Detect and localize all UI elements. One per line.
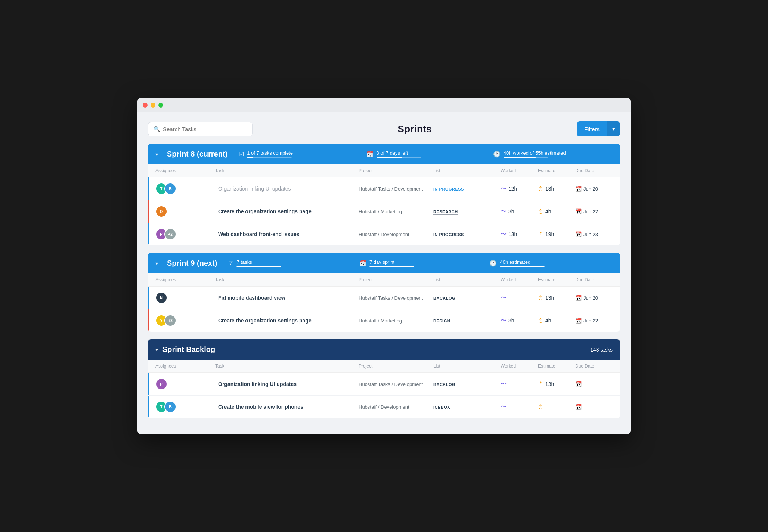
row-indicator: [148, 177, 149, 200]
checkbox-icon: ☑: [228, 260, 233, 267]
sprint8-days-bar-fill: [377, 157, 402, 158]
avatar-count: +2: [164, 228, 176, 240]
list-cell: BACKLOG: [433, 381, 501, 387]
task-name: Web dashboard front-end issues: [215, 231, 359, 237]
maximize-button[interactable]: [158, 103, 163, 108]
sprint9-stat-hours: 🕐 40h estimated: [489, 259, 613, 267]
filters-button[interactable]: Filters ▾: [577, 121, 620, 136]
sprint8-title: Sprint 8 (current): [167, 150, 227, 158]
col-task: Task: [215, 364, 359, 369]
sprint8-stat-hours: 🕐 40h worked of 55h estimated: [493, 150, 613, 158]
avatar: P: [155, 378, 167, 390]
list-cell: ICEBOX: [433, 403, 501, 410]
col-project: Project: [359, 277, 433, 282]
col-task: Task: [215, 277, 359, 282]
worked-cell: 〜: [501, 294, 538, 302]
sprint8-days-bar: [377, 157, 421, 158]
close-button[interactable]: [143, 103, 148, 108]
filters-dropdown-arrow[interactable]: ▾: [607, 121, 620, 136]
col-list: List: [433, 168, 501, 173]
clock-icon: ⏱: [538, 381, 544, 387]
table-row[interactable]: T B Create the mobile view for phones Hu…: [148, 396, 620, 418]
col-worked: Worked: [501, 168, 538, 173]
estimate-cell: ⏱ 4h: [538, 318, 575, 324]
backlog-table: Assignees Task Project List Worked Estim…: [148, 360, 620, 418]
assignees-cell: N: [155, 292, 215, 304]
worked-cell: 〜 13h: [501, 231, 538, 238]
estimate-cell: ⏱ 13h: [538, 381, 575, 387]
sprint9-stat-days: 📅 7 day sprint: [359, 259, 482, 267]
sprint9-days-bar: [369, 266, 414, 267]
col-list: List: [433, 364, 501, 369]
row-indicator: [148, 373, 149, 395]
table-row[interactable]: Y +3 Create the organization settings pa…: [148, 309, 620, 332]
estimate-cell: ⏱ 13h: [538, 186, 575, 192]
sprint8-table-header: Assignees Task Project List Worked Estim…: [148, 164, 620, 177]
sprint9-header: ▾ Sprint 9 (next) ☑ 7 tasks 📅 7 day spri…: [148, 253, 620, 273]
list-cell: IN PROGRESS: [433, 231, 501, 238]
list-badge: RESEARCH: [433, 209, 458, 215]
sprint-section-sprint8: ▾ Sprint 8 (current) ☑ 1 of 7 tasks comp…: [148, 144, 620, 245]
sprint9-title: Sprint 9 (next): [167, 259, 217, 267]
sprint9-days-bar-fill: [369, 266, 414, 267]
assignees-cell: Y +3: [155, 315, 215, 327]
avatar: N: [155, 292, 167, 304]
list-badge: IN PROGRESS: [433, 232, 464, 238]
list-cell: BACKLOG: [433, 294, 501, 301]
assignees-cell: T B: [155, 401, 215, 413]
worked-icon: 〜: [501, 403, 507, 411]
avatar: B: [164, 401, 176, 413]
backlog-title: Sprint Backlog: [162, 345, 215, 354]
assignees-cell: O: [155, 205, 215, 217]
minimize-button[interactable]: [151, 103, 155, 108]
table-row[interactable]: P +2 Web dashboard front-end issues Hubs…: [148, 223, 620, 245]
due-date-cell: 📆 Jun 22: [575, 208, 613, 214]
task-name: Create the organization settings page: [215, 208, 359, 214]
titlebar: [137, 98, 631, 112]
sprint8-chevron[interactable]: ▾: [155, 151, 158, 157]
sprint8-header: ▾ Sprint 8 (current) ☑ 1 of 7 tasks comp…: [148, 144, 620, 164]
calendar-icon: 📅: [366, 151, 374, 158]
table-row[interactable]: P Organization linking UI updates Hubsta…: [148, 373, 620, 396]
calendar-icon: 📆: [575, 381, 582, 387]
col-project: Project: [359, 364, 433, 369]
sprint-section-sprint9: ▾ Sprint 9 (next) ☑ 7 tasks 📅 7 day spri…: [148, 253, 620, 332]
col-assignees: Assignees: [155, 364, 215, 369]
backlog-chevron[interactable]: ▾: [155, 347, 158, 353]
due-date-cell: 📆 Jun 20: [575, 295, 613, 301]
row-indicator: [148, 396, 149, 418]
table-row[interactable]: O Create the organization settings page …: [148, 200, 620, 223]
table-row[interactable]: T B Organization linking UI updates Hubs…: [148, 177, 620, 200]
row-indicator: [148, 309, 149, 332]
assignees-cell: P +2: [155, 228, 215, 240]
sprint8-tasks-bar-fill: [247, 157, 253, 158]
col-list: List: [433, 277, 501, 282]
sprint8-days-text: 3 of 7 days left: [377, 150, 421, 156]
assignees-cell: T B: [155, 183, 215, 195]
sprint9-hours-bar-fill: [500, 266, 545, 267]
search-box[interactable]: 🔍: [148, 122, 253, 136]
clock-icon: ⏱: [538, 318, 544, 324]
clock-icon: ⏱: [538, 295, 544, 301]
clock-icon: ⏱: [538, 404, 544, 410]
due-date-cell: 📆: [575, 404, 613, 410]
sprint9-chevron[interactable]: ▾: [155, 260, 158, 266]
task-name: Organization linking UI updates: [215, 186, 359, 192]
sprint8-tasks-bar: [247, 157, 292, 158]
search-input[interactable]: [163, 126, 247, 132]
sprint8-tasks-text: 1 of 7 tasks complete: [247, 150, 293, 156]
task-name: Organization linking UI updates: [215, 381, 359, 387]
list-cell: IN PROGRESS: [433, 185, 501, 192]
avatar: B: [164, 183, 176, 195]
clock-icon: ⏱: [538, 208, 544, 215]
clock-icon: ⏱: [538, 186, 544, 192]
table-row[interactable]: N Fid mobile dashboard view Hubstaff Tas…: [148, 287, 620, 309]
page-title: Sprints: [398, 123, 432, 135]
sprint8-hours-bar: [504, 157, 548, 158]
clock-icon: 🕐: [493, 151, 501, 158]
row-indicator: [148, 200, 149, 223]
col-duedate: Due Date: [575, 364, 613, 369]
worked-cell: 〜: [501, 403, 538, 411]
sprint9-hours-text: 40h estimated: [500, 259, 545, 265]
backlog-header: ▾ Sprint Backlog 148 tasks: [148, 339, 620, 360]
